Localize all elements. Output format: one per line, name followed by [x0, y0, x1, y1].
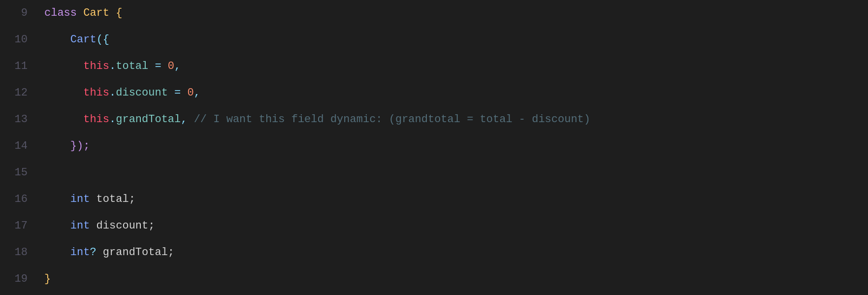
- code-token: total: [116, 53, 148, 80]
- code-token: int: [70, 239, 90, 266]
- code-token: =: [148, 53, 168, 80]
- code-token: [44, 239, 70, 266]
- code-token: ,: [181, 106, 193, 133]
- code-token: .: [109, 80, 116, 106]
- code-line: this.discount = 0,: [44, 80, 868, 106]
- line-number: 18: [12, 239, 28, 266]
- code-line: int? grandTotal;: [44, 239, 868, 266]
- code-token: ({: [96, 27, 109, 53]
- code-token: .: [109, 53, 116, 80]
- code-line: this.total = 0,: [44, 53, 868, 80]
- code-token: int: [70, 213, 90, 239]
- code-token: class: [44, 0, 83, 27]
- code-token: [44, 53, 83, 80]
- line-number: 9: [12, 0, 28, 27]
- code-token: {: [109, 0, 122, 27]
- code-token: [44, 133, 70, 160]
- code-token: [44, 213, 70, 239]
- code-token: discount: [116, 80, 168, 106]
- code-token: this: [83, 80, 109, 106]
- line-number: 10: [12, 27, 28, 53]
- line-number: 19: [12, 266, 28, 293]
- code-token: total;: [90, 186, 135, 213]
- code-token: [44, 80, 83, 106]
- code-line: class Cart {: [44, 0, 868, 27]
- code-line: int discount;: [44, 213, 868, 239]
- code-token: ,: [174, 53, 181, 80]
- code-token: =: [168, 80, 188, 106]
- code-token: this: [83, 106, 109, 133]
- code-token: grandTotal: [116, 106, 181, 133]
- code-token: this: [83, 53, 109, 80]
- line-number: 13: [12, 106, 28, 133]
- code-line: }: [44, 266, 868, 293]
- code-content: class Cart { Cart({ this.total = 0, this…: [39, 0, 868, 295]
- line-number: 11: [12, 53, 28, 80]
- line-number: 17: [12, 213, 28, 239]
- code-token: ?: [90, 239, 96, 266]
- code-line: int total;: [44, 186, 868, 213]
- line-numbers: 910111213141516171819: [0, 0, 39, 295]
- line-number: 16: [12, 186, 28, 213]
- code-token: [44, 27, 70, 53]
- code-token: grandTotal;: [96, 239, 174, 266]
- code-line: this.grandTotal, // I want this field dy…: [44, 106, 868, 133]
- code-editor: 910111213141516171819 class Cart { Cart(…: [0, 0, 868, 295]
- code-token: 0: [168, 53, 174, 80]
- line-number: 12: [12, 80, 28, 106]
- code-token: // I want this field dynamic: (grandtota…: [194, 106, 590, 133]
- code-token: Cart: [70, 27, 96, 53]
- code-line: Cart({: [44, 27, 868, 53]
- code-token: 0: [187, 80, 193, 106]
- code-token: }: [44, 266, 51, 293]
- code-token: ,: [194, 80, 200, 106]
- code-token: discount;: [90, 213, 155, 239]
- code-line: [44, 160, 868, 186]
- code-token: [44, 106, 83, 133]
- code-token: Cart: [83, 0, 109, 27]
- code-token: [44, 186, 70, 213]
- code-token: int: [70, 186, 90, 213]
- code-token: });: [70, 133, 90, 160]
- line-number: 15: [12, 160, 28, 186]
- code-line: });: [44, 133, 868, 160]
- line-number: 14: [12, 133, 28, 160]
- code-token: .: [109, 106, 116, 133]
